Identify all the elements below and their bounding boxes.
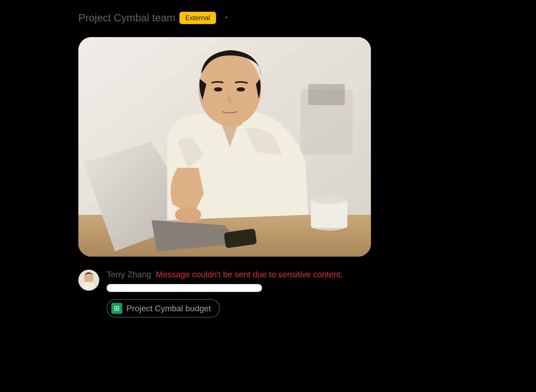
redacted-content xyxy=(107,284,262,292)
external-badge: External xyxy=(179,12,216,24)
attachment-chip[interactable]: Project Cymbal budget xyxy=(107,299,220,318)
message-content: Terry Zhang Message couldn't be sent due… xyxy=(107,270,392,318)
sender-name: Terry Zhang xyxy=(107,270,151,279)
google-sheets-icon xyxy=(111,303,122,314)
dlp-error-message: Message couldn't be sent due to sensitiv… xyxy=(156,270,343,279)
svg-point-11 xyxy=(175,207,201,223)
chat-title[interactable]: Project Cymbal team xyxy=(78,12,175,24)
attachment-name: Project Cymbal budget xyxy=(126,304,211,313)
message-header: Terry Zhang Message couldn't be sent due… xyxy=(107,270,392,279)
avatar[interactable] xyxy=(78,270,99,291)
chevron-down-icon[interactable] xyxy=(222,13,231,23)
svg-point-6 xyxy=(311,194,347,204)
hero-photo xyxy=(78,37,371,257)
message-row: Terry Zhang Message couldn't be sent due… xyxy=(78,270,392,318)
chat-header: Project Cymbal team External xyxy=(78,12,392,24)
svg-rect-2 xyxy=(308,84,345,105)
svg-point-9 xyxy=(214,87,222,91)
svg-point-10 xyxy=(237,87,245,91)
